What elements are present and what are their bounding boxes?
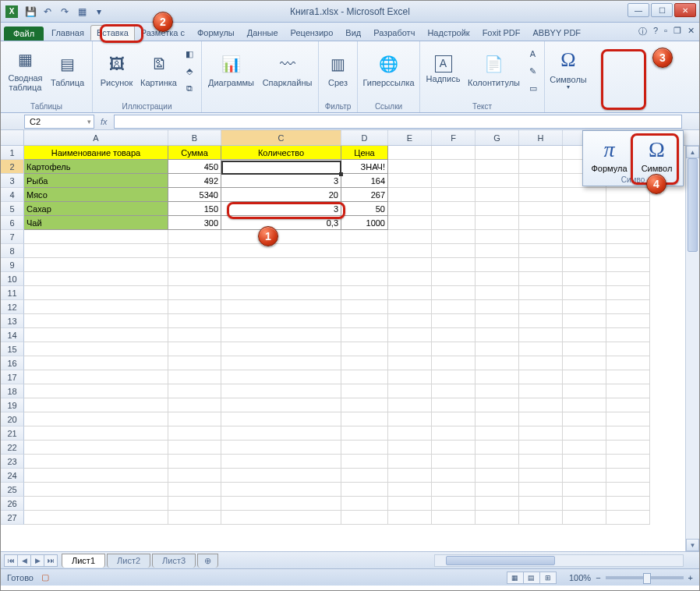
name-box[interactable]: C2▾: [24, 115, 94, 129]
cell-C22[interactable]: [221, 441, 341, 455]
cell-C12[interactable]: [221, 300, 341, 314]
cell-E2[interactable]: [388, 160, 432, 174]
cell-H9[interactable]: [519, 258, 563, 272]
cell-E11[interactable]: [388, 286, 432, 300]
cell-H24[interactable]: [519, 469, 563, 483]
ribbon-tab-рецензиро[interactable]: Рецензиро: [285, 25, 340, 41]
cell-B10[interactable]: [168, 272, 221, 286]
cell-A25[interactable]: [24, 483, 168, 497]
cell-C26[interactable]: [221, 497, 341, 511]
cell-B17[interactable]: [168, 370, 221, 384]
cell-G22[interactable]: [476, 441, 519, 455]
cell-F10[interactable]: [432, 272, 476, 286]
cell-B9[interactable]: [168, 258, 221, 272]
cell-J19[interactable]: [606, 398, 650, 412]
cell-G24[interactable]: [476, 469, 519, 483]
zoom-level[interactable]: 100%: [569, 573, 591, 582]
cell-J11[interactable]: [606, 286, 650, 300]
zoom-slider[interactable]: [606, 576, 684, 579]
cell-F18[interactable]: [432, 384, 476, 398]
sheet-tab-Лист1[interactable]: Лист1: [62, 554, 105, 568]
cell-E25[interactable]: [388, 483, 432, 497]
cell-H15[interactable]: [519, 342, 563, 356]
cell-F1[interactable]: [432, 146, 476, 160]
cell-C4[interactable]: 20: [221, 188, 341, 202]
qat-dropdown-icon[interactable]: ▾: [93, 5, 105, 18]
row-header[interactable]: 23: [1, 455, 24, 469]
cell-C24[interactable]: [221, 469, 341, 483]
smartart-icon[interactable]: ⬘: [182, 63, 197, 79]
cell-I18[interactable]: [563, 384, 606, 398]
cell-G11[interactable]: [476, 286, 519, 300]
cell-I7[interactable]: [563, 230, 606, 244]
cell-I19[interactable]: [563, 398, 606, 412]
cell-D20[interactable]: [341, 412, 388, 426]
table-button[interactable]: ▤Таблица: [48, 43, 87, 96]
close-button[interactable]: ✕: [674, 3, 696, 17]
cell-F5[interactable]: [432, 202, 476, 216]
cell-B8[interactable]: [168, 244, 221, 258]
cell-B5[interactable]: 150: [168, 202, 221, 216]
cell-J6[interactable]: [606, 216, 650, 230]
cell-I17[interactable]: [563, 370, 606, 384]
cell-I8[interactable]: [563, 244, 606, 258]
cell-G21[interactable]: [476, 426, 519, 441]
ribbon-tab-надстройк[interactable]: Надстройк: [421, 25, 476, 41]
cell-B11[interactable]: [168, 286, 221, 300]
pivot-table-button[interactable]: ▦Сводная таблица: [6, 43, 45, 96]
cell-C17[interactable]: [221, 370, 341, 384]
cell-C6[interactable]: 0,3: [221, 216, 341, 230]
cell-A27[interactable]: [24, 511, 168, 525]
cell-F19[interactable]: [432, 398, 476, 412]
cell-E27[interactable]: [388, 511, 432, 525]
cell-H16[interactable]: [519, 356, 563, 370]
clipart-button[interactable]: 🖻Картинка: [140, 43, 179, 96]
cell-B16[interactable]: [168, 356, 221, 370]
cell-C10[interactable]: [221, 272, 341, 286]
cell-G9[interactable]: [476, 258, 519, 272]
cell-I14[interactable]: [563, 328, 606, 342]
cell-G4[interactable]: [476, 188, 519, 202]
cell-H3[interactable]: [519, 174, 563, 188]
cell-I26[interactable]: [563, 497, 606, 511]
cell-G18[interactable]: [476, 384, 519, 398]
cell-D17[interactable]: [341, 370, 388, 384]
row-header[interactable]: 4: [1, 188, 24, 202]
cell-J20[interactable]: [606, 412, 650, 426]
cell-D1[interactable]: Цена: [341, 146, 388, 160]
cell-F7[interactable]: [432, 230, 476, 244]
cell-A7[interactable]: [24, 230, 168, 244]
sheet-nav-next[interactable]: ▶: [30, 554, 44, 567]
cell-I25[interactable]: [563, 483, 606, 497]
row-header[interactable]: 21: [1, 426, 24, 441]
cell-A20[interactable]: [24, 412, 168, 426]
cell-H2[interactable]: [519, 160, 563, 174]
cell-F13[interactable]: [432, 314, 476, 328]
cell-G3[interactable]: [476, 174, 519, 188]
zoom-out-button[interactable]: −: [596, 573, 600, 582]
cell-J4[interactable]: [606, 188, 650, 202]
column-header-F[interactable]: F: [432, 130, 476, 145]
sheet-tab-Лист2[interactable]: Лист2: [107, 554, 150, 568]
horizontal-scrollbar[interactable]: [434, 554, 684, 567]
row-header[interactable]: 8: [1, 244, 24, 258]
cell-E6[interactable]: [388, 216, 432, 230]
cell-E5[interactable]: [388, 202, 432, 216]
cell-H14[interactable]: [519, 328, 563, 342]
cell-F11[interactable]: [432, 286, 476, 300]
cell-A23[interactable]: [24, 455, 168, 469]
cell-B7[interactable]: [168, 230, 221, 244]
cell-F14[interactable]: [432, 328, 476, 342]
cell-F4[interactable]: [432, 188, 476, 202]
cell-A22[interactable]: [24, 441, 168, 455]
cell-G2[interactable]: [476, 160, 519, 174]
cell-A12[interactable]: [24, 300, 168, 314]
symbol-button[interactable]: Ω Символ: [634, 136, 680, 173]
cell-B27[interactable]: [168, 511, 221, 525]
maximize-button[interactable]: ☐: [651, 3, 673, 17]
restore-workbook-icon[interactable]: ❐: [673, 26, 681, 37]
qat-item[interactable]: ▦: [76, 5, 88, 18]
cell-D14[interactable]: [341, 328, 388, 342]
slicer-button[interactable]: ▥Срез: [323, 43, 354, 96]
cell-A16[interactable]: [24, 356, 168, 370]
